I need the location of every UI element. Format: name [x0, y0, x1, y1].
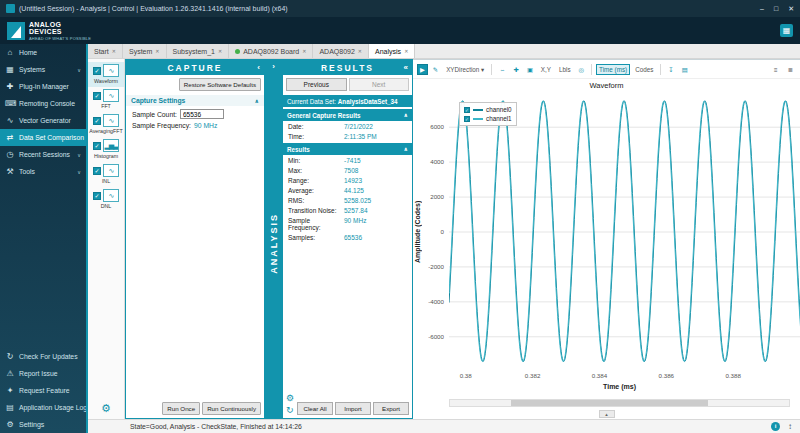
waveform-plot[interactable] [449, 94, 800, 370]
run-continuously-button[interactable]: Run Continuously [202, 402, 261, 415]
pointer-tool-icon[interactable]: ▶ [417, 64, 428, 75]
y-tick-label: -6000 [428, 333, 444, 340]
chart-menu-icon[interactable]: ≡ [771, 64, 781, 75]
tool-histogram[interactable]: ✓▂▅▃Histogram [88, 137, 124, 162]
sidebar-nav: ⌂Home▦Systems∨✚Plug-in Manager⌨Remoting … [0, 44, 86, 180]
close-tab-icon[interactable]: ✕ [302, 48, 306, 54]
x-tick-label: 0.388 [725, 372, 740, 379]
sidebar-item-request-feature[interactable]: ✦Request Feature [0, 382, 86, 399]
close-tab-icon[interactable]: ✕ [404, 48, 408, 54]
sidebar-item-systems[interactable]: ▦Systems∨ [0, 61, 86, 78]
toolbar-separator [660, 64, 661, 75]
adi-logo-icon [7, 22, 25, 40]
sidebar-item-application-usage-logging[interactable]: ▤Application Usage Logging [0, 399, 86, 416]
tab-start[interactable]: Start✕ [88, 44, 123, 58]
checkbox-icon[interactable]: ✓ [93, 92, 101, 100]
brush-tool-icon[interactable]: ✎ [430, 64, 441, 75]
sidebar-item-home[interactable]: ⌂Home [0, 44, 86, 61]
tab-adaq8092[interactable]: ADAQ8092✕ [313, 44, 369, 58]
expand-analysis-icon[interactable]: › [272, 62, 275, 71]
analysis-collapsed-strip[interactable]: › ANALYSIS [265, 59, 282, 419]
sidebar-item-recent-sessions[interactable]: ◷Recent Sessions∨ [0, 146, 86, 163]
checkbox-icon[interactable]: ✓ [464, 116, 470, 122]
checkbox-icon[interactable]: ✓ [464, 107, 470, 113]
tool-dnl[interactable]: ✓∿DNL [88, 187, 124, 212]
codes-units-button[interactable]: Codes [632, 64, 656, 75]
zoom-region-icon[interactable]: ◎ [576, 64, 588, 75]
tool-fft[interactable]: ✓∿FFT [88, 87, 124, 112]
tab-subsystem-1[interactable]: Subsystem_1✕ [167, 44, 230, 58]
general-results-header[interactable]: General Capture Results ∧ [283, 109, 412, 121]
gear-icon: ⚙ [5, 420, 15, 429]
checkbox-icon[interactable]: ✓ [93, 142, 101, 150]
legend-item-channel0[interactable]: ✓channel0 [464, 105, 512, 114]
checkbox-icon[interactable]: ✓ [93, 192, 101, 200]
panel-collapse-handle[interactable]: ▴ [599, 410, 615, 418]
waveform-icon: ∿ [103, 64, 119, 77]
scrollbar-thumb[interactable] [511, 400, 708, 406]
pan-all-icon[interactable]: ✚ [511, 64, 522, 75]
labels-button[interactable]: Lbls [556, 64, 574, 75]
tool-averagingfft[interactable]: ✓∿AveragingFFT [88, 112, 124, 137]
sample-count-input[interactable] [180, 109, 224, 119]
tab-adaq8092-board[interactable]: ADAQ8092 Board✕ [229, 44, 313, 58]
results-gear-icon[interactable]: ⚙ [286, 394, 294, 403]
results-header-bar: RESULTS « [283, 60, 412, 75]
checkbox-icon[interactable]: ✓ [93, 67, 101, 75]
sidebar-item-settings[interactable]: ⚙ Settings [0, 416, 86, 433]
time-units-button[interactable]: Time (ms) [596, 64, 630, 75]
legend-swatch [473, 109, 483, 111]
clear-all-button[interactable]: Clear All [297, 402, 333, 415]
tool-inl[interactable]: ✓∿INL [88, 162, 124, 187]
next-button[interactable]: Next [349, 78, 410, 91]
coordinates-button[interactable]: X,Y [538, 64, 554, 75]
close-tab-icon[interactable]: ✕ [218, 48, 222, 54]
sample-frequency-value[interactable]: 90 MHz [194, 122, 217, 129]
strip-gear-icon[interactable]: ⚙ [101, 402, 111, 416]
sidebar-item-check-for-updates[interactable]: ↻Check For Updates [0, 348, 86, 365]
restore-defaults-button[interactable]: Restore Software Defaults [179, 78, 261, 91]
tool-waveform[interactable]: ✓∿Waveform [88, 62, 124, 87]
run-once-button[interactable]: Run Once [162, 402, 200, 415]
remoting-console-icon: ⌨ [5, 99, 15, 108]
import-button[interactable]: Import [335, 402, 371, 415]
collapse-capture-icon[interactable]: ‹ [257, 63, 260, 72]
copy-data-icon[interactable]: ▤ [679, 64, 691, 75]
sidebar-item-plug-in-manager[interactable]: ✚Plug-in Manager [0, 78, 86, 95]
analysis-tool-strip-items: ✓∿Waveform✓∿FFT✓∿AveragingFFT✓▂▅▃Histogr… [88, 62, 124, 212]
collapse-results-icon[interactable]: « [404, 63, 408, 72]
brand-line2: DEVICES [29, 28, 62, 35]
fit-view-icon[interactable]: ▣ [524, 64, 536, 75]
sidebar-item-data-set-comparison[interactable]: ⇄Data Set Comparison [0, 129, 86, 146]
chart-list-icon[interactable]: ≣ [785, 64, 796, 75]
save-image-icon[interactable]: ↧ [665, 64, 676, 75]
close-tab-icon[interactable]: ✕ [358, 48, 362, 54]
up-down-arrows-icon[interactable]: ↕ [788, 422, 792, 431]
close-tab-icon[interactable]: ✕ [155, 48, 159, 54]
tab-system[interactable]: System✕ [123, 44, 167, 58]
sidebar-item-report-issue[interactable]: ⚠Report Issue [0, 365, 86, 382]
sidebar-item-remoting-console[interactable]: ⌨Remoting Console [0, 95, 86, 112]
sidebar-item-tools[interactable]: ⚒Tools∨ [0, 163, 86, 180]
legend-item-channel1[interactable]: ✓channel1 [464, 114, 512, 123]
refresh-icon[interactable]: ↻ [286, 406, 294, 415]
previous-button[interactable]: Previous [286, 78, 347, 91]
minimize-button[interactable]: – [760, 5, 764, 13]
chart-toolbar: ▶✎XYDirection ▾⇔✚▣X,YLbls◎Time (ms)Codes… [413, 60, 800, 79]
maximize-button[interactable]: □ [774, 5, 778, 13]
results-section-header[interactable]: Results ∧ [283, 143, 412, 155]
capture-settings-header[interactable]: Capture Settings ∧ [126, 95, 264, 106]
checkbox-icon[interactable]: ✓ [93, 167, 101, 175]
close-tab-icon[interactable]: ✕ [112, 48, 116, 54]
chart-area: ▶✎XYDirection ▾⇔✚▣X,YLbls◎Time (ms)Codes… [413, 59, 800, 419]
quick-access-icon[interactable]: ▦ [780, 24, 793, 37]
tab-analysis[interactable]: Analysis✕ [369, 44, 415, 58]
checkbox-icon[interactable]: ✓ [93, 117, 101, 125]
info-icon[interactable]: i [771, 422, 780, 431]
xy-direction-dropdown[interactable]: XYDirection ▾ [443, 64, 487, 75]
close-button[interactable]: ✕ [788, 5, 794, 13]
horizontal-scrollbar[interactable] [449, 399, 790, 407]
sidebar-item-vector-generator[interactable]: ∿Vector Generator [0, 112, 86, 129]
export-button[interactable]: Export [373, 402, 409, 415]
pan-horizontal-icon[interactable]: ⇔ [496, 64, 508, 75]
